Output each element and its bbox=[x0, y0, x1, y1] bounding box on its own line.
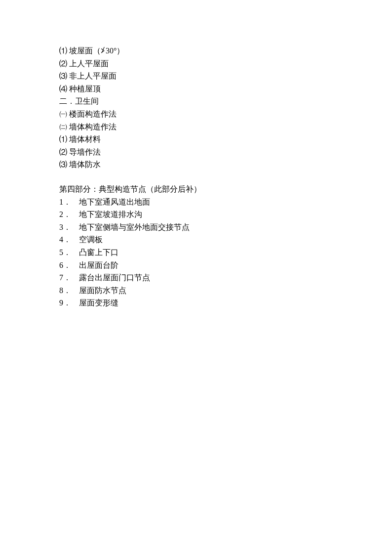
spacer bbox=[59, 171, 333, 183]
item-number: 2． bbox=[59, 208, 79, 221]
list-item: ⑵ 导墙作法 bbox=[59, 146, 333, 159]
item-text: 屋面变形缝 bbox=[79, 297, 118, 309]
item-text: 空调板 bbox=[79, 233, 103, 246]
list-item: ⑶ 非上人平屋面 bbox=[59, 70, 333, 83]
list-item: 9． 屋面变形缝 bbox=[59, 297, 333, 309]
item-number: 6． bbox=[59, 259, 79, 272]
item-text: 凸窗上下口 bbox=[79, 246, 118, 259]
item-number: 9． bbox=[59, 297, 79, 309]
item-number: 4． bbox=[59, 233, 79, 246]
item-text: 地下室坡道排水沟 bbox=[79, 208, 142, 221]
item-number: 3． bbox=[59, 221, 79, 234]
list-item: ⑴ 坡屋面（≯30°） bbox=[59, 44, 333, 57]
list-item: 二．卫生间 bbox=[59, 95, 333, 108]
item-number: 1． bbox=[59, 196, 79, 209]
item-number: 5． bbox=[59, 246, 79, 259]
list-item: 5． 凸窗上下口 bbox=[59, 246, 333, 259]
section-title: 第四部分：典型构造节点（此部分后补） bbox=[59, 183, 333, 196]
list-item: 7． 露台出屋面门口节点 bbox=[59, 271, 333, 284]
list-item: 4． 空调板 bbox=[59, 233, 333, 246]
list-item: ⑵ 上人平屋面 bbox=[59, 57, 333, 70]
item-text: 地下室通风道出地面 bbox=[79, 196, 150, 209]
list-item: ⑶ 墙体防水 bbox=[59, 158, 333, 171]
list-item: ㈡ 墙体构造作法 bbox=[59, 121, 333, 133]
list-item: 6． 出屋面台阶 bbox=[59, 259, 333, 272]
item-number: 7． bbox=[59, 271, 79, 284]
list-item: 3． 地下室侧墙与室外地面交接节点 bbox=[59, 221, 333, 234]
item-text: 露台出屋面门口节点 bbox=[79, 271, 150, 284]
list-item: ⑷ 种植屋顶 bbox=[59, 83, 333, 95]
item-number: 8． bbox=[59, 284, 79, 297]
document-content: ⑴ 坡屋面（≯30°） ⑵ 上人平屋面 ⑶ 非上人平屋面 ⑷ 种植屋顶 二．卫生… bbox=[59, 44, 333, 309]
item-text: 地下室侧墙与室外地面交接节点 bbox=[79, 221, 190, 234]
list-item: 2． 地下室坡道排水沟 bbox=[59, 208, 333, 221]
list-item: 8． 屋面防水节点 bbox=[59, 284, 333, 297]
list-item: ㈠ 楼面构造作法 bbox=[59, 108, 333, 121]
item-text: 出屋面台阶 bbox=[79, 259, 118, 272]
item-text: 屋面防水节点 bbox=[79, 284, 126, 297]
list-item: 1． 地下室通风道出地面 bbox=[59, 196, 333, 209]
list-item: ⑴ 墙体材料 bbox=[59, 133, 333, 146]
